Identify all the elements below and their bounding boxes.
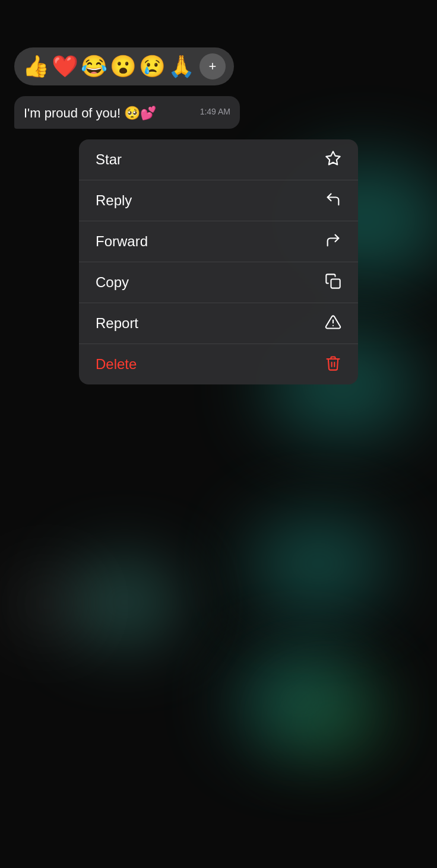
bg-blob-6 [12, 577, 83, 631]
reaction-bar[interactable]: 👍 ❤️ 😂 😮 😢 🙏 + [14, 47, 234, 85]
star-icon [325, 150, 341, 169]
emoji-laughing[interactable]: 😂 [81, 56, 107, 77]
emoji-thumbsup[interactable]: 👍 [23, 56, 49, 77]
svg-rect-1 [331, 279, 340, 288]
main-content: 👍 ❤️ 😂 😮 😢 🙏 + I'm proud of you! 🥺💕 1:49… [0, 0, 437, 384]
context-menu: Star Reply Forward [79, 139, 358, 384]
message-text: I'm proud of you! 🥺💕 [24, 106, 156, 120]
bg-blob-5 [71, 564, 178, 641]
svg-marker-0 [326, 151, 340, 164]
reply-icon [325, 191, 341, 210]
copy-icon [325, 273, 341, 292]
bg-blob-7 [271, 682, 390, 753]
menu-item-report[interactable]: Report [79, 303, 358, 344]
menu-item-forward[interactable]: Forward [79, 221, 358, 262]
emoji-pray[interactable]: 🙏 [168, 56, 195, 77]
emoji-surprised[interactable]: 😮 [110, 56, 137, 77]
menu-item-reply-label: Reply [96, 192, 132, 209]
warning-icon [325, 314, 341, 333]
menu-item-star[interactable]: Star [79, 139, 358, 180]
message-time: 1:49 AM [200, 107, 230, 116]
message-bubble: I'm proud of you! 🥺💕 1:49 AM [14, 96, 240, 129]
menu-item-delete[interactable]: Delete [79, 344, 358, 384]
more-reactions-button[interactable]: + [200, 53, 226, 80]
menu-item-star-label: Star [96, 151, 122, 168]
menu-item-report-label: Report [96, 315, 138, 332]
emoji-heart[interactable]: ❤️ [52, 56, 78, 77]
forward-icon [325, 232, 341, 251]
emoji-crying[interactable]: 😢 [139, 56, 166, 77]
menu-item-forward-label: Forward [96, 233, 148, 250]
menu-item-reply[interactable]: Reply [79, 180, 358, 221]
menu-item-copy-label: Copy [96, 274, 129, 291]
bg-blob-3 [247, 516, 390, 611]
trash-icon [325, 355, 341, 374]
menu-item-delete-label: Delete [96, 356, 137, 373]
menu-item-copy[interactable]: Copy [79, 262, 358, 303]
